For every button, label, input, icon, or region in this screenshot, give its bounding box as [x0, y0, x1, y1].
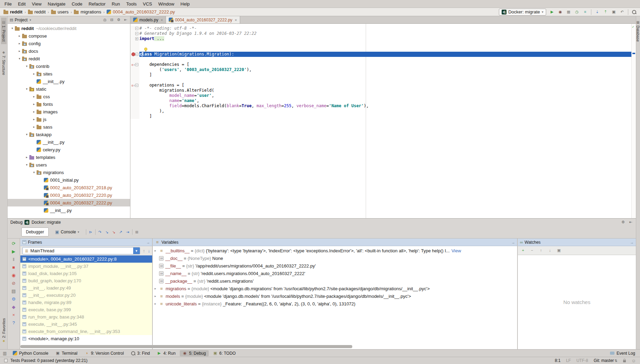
tree-item-reddit[interactable]: ▾reddit~/cookiecutter/reddit [8, 24, 130, 32]
tree-item-css[interactable]: ▸css [8, 93, 130, 100]
stack-frame[interactable]: __init__, loader.py:49 [20, 284, 152, 292]
editor-gutter[interactable]: + [130, 36, 139, 41]
tree-item-static[interactable]: ▾static [8, 85, 130, 93]
tree-expand-icon[interactable]: ▾ [24, 133, 29, 136]
previous-frame-icon[interactable]: ↑ [143, 248, 145, 253]
close-icon[interactable]: × [161, 18, 163, 22]
horizontal-scrollbar[interactable] [20, 345, 352, 348]
tree-expand-icon[interactable]: ▸ [17, 42, 22, 45]
pause-icon[interactable]: ‖ [11, 256, 17, 262]
view-breakpoints-icon[interactable]: ◉ [11, 272, 17, 278]
undo-icon[interactable]: ↶ [620, 10, 624, 14]
editor-gutter[interactable] [130, 72, 139, 78]
variable-row--builtins-[interactable]: ▸≡__builtins__ = {dict} {'bytearray': <t… [153, 247, 517, 254]
tree-item-templates[interactable]: ▸templates [8, 153, 130, 161]
tree-expand-icon[interactable]: ▾ [24, 87, 29, 91]
tree-item-contrib[interactable]: ▾contrib [8, 62, 130, 70]
coverage-icon[interactable]: ▦ [566, 10, 571, 14]
variable-row--doc-[interactable]: 18__doc__ = {NoneType} None [153, 254, 517, 262]
tree-item--init-py[interactable]: __init__.py [8, 78, 130, 85]
fold-marker-icon[interactable]: + [135, 37, 138, 40]
debug-icon[interactable]: ◉ [558, 10, 563, 14]
run-to-cursor-icon[interactable]: ⇥ [125, 230, 130, 234]
stop-icon[interactable]: ■ [11, 264, 17, 270]
intention-bulb-icon[interactable] [144, 48, 147, 51]
editor-gutter[interactable]: o↑− [130, 83, 139, 88]
readonly-lock-icon[interactable] [623, 360, 626, 362]
thread-selector[interactable]: ≣ MainThread ▼ [22, 247, 140, 254]
status-widget-utf-8[interactable]: UTF-8 [577, 358, 588, 363]
restore-layout-icon[interactable]: ▤ [11, 288, 17, 294]
toolwindow-button--find[interactable]: 3: Find [128, 350, 153, 356]
variable-row--file-[interactable]: 18__file__ = {str} '/app/reddit/users/mi… [153, 262, 517, 270]
tree-expand-icon[interactable]: ▾ [10, 27, 15, 30]
breadcrumb-item[interactable]: reddit [3, 9, 22, 14]
variable-row--name-[interactable]: 18__name__ = {str} 'reddit.users.migrati… [153, 270, 517, 277]
breadcrumb-item[interactable]: users [51, 9, 69, 14]
tree-expand-icon[interactable]: ▸ [31, 95, 37, 98]
settings-icon[interactable]: ⚙ [116, 18, 121, 22]
float-panel-icon[interactable]: → [511, 240, 515, 244]
tree-expand-icon[interactable]: ▾ [24, 64, 29, 68]
editor-gutter[interactable] [130, 114, 139, 119]
stack-frame[interactable]: run_from_argv, base.py:348 [20, 313, 152, 321]
collapse-all-icon[interactable]: ⊟ [109, 18, 114, 22]
fold-marker-icon[interactable]: − [135, 27, 138, 30]
editor-tab-0004-auto-20160327-2222-py[interactable]: 0004_auto_20160327_2222.py× [166, 16, 240, 23]
step-into-icon[interactable]: ↘ [105, 230, 109, 234]
editor-gutter[interactable] [130, 78, 139, 83]
tree-expand-icon[interactable]: ▸ [31, 102, 37, 106]
run-configuration-select[interactable]: dj Docker: migrate ▾ [499, 9, 546, 16]
pin-icon[interactable]: ◆ [11, 304, 17, 310]
remove-watch-icon[interactable]: − [530, 248, 534, 253]
editor-gutter[interactable] [130, 57, 139, 62]
chevron-down-icon[interactable]: ▾ [30, 18, 31, 22]
profiler-icon[interactable]: ◷ [574, 10, 579, 14]
toolwindow-button--project[interactable]: ▤1: Project [1, 18, 7, 44]
editor-scrollbar[interactable]: ✓ [631, 24, 636, 218]
move-up-icon[interactable]: ↑ [539, 248, 543, 253]
editor-gutter[interactable] [130, 93, 139, 98]
debug-tab-debugger[interactable]: Debugger [21, 228, 49, 236]
rerun-icon[interactable]: ⟳ [11, 241, 17, 246]
breakpoint-icon[interactable] [131, 52, 135, 56]
resume-icon[interactable]: ▶ [11, 249, 17, 254]
menu-edit[interactable]: Edit [15, 0, 29, 8]
toolwindow-button--favorites[interactable]: ★2: Favorites [1, 315, 7, 346]
search-icon[interactable] [632, 10, 637, 14]
tree-item-sites[interactable]: ▸sites [8, 70, 130, 78]
tree-expand-icon[interactable]: ▸ [24, 155, 29, 159]
close-icon[interactable]: × [11, 312, 17, 317]
fold-marker-icon[interactable]: − [135, 63, 138, 66]
tree-expand-icon[interactable]: ▾ [24, 163, 29, 166]
run-icon[interactable]: ▶ [550, 10, 554, 14]
tree-item-reddit[interactable]: ▾reddit [8, 55, 130, 62]
stack-frame[interactable]: handle, migrate.py:89 [20, 299, 152, 306]
editor-gutter[interactable]: − [130, 52, 139, 57]
status-widget-lf[interactable]: LF [566, 358, 571, 363]
float-panel-icon[interactable]: → [146, 240, 150, 244]
override-marker-icon[interactable]: o↑ [131, 62, 135, 68]
tree-item--init-py[interactable]: __init__.py [8, 206, 130, 214]
editor-gutter[interactable]: o↑− [130, 62, 139, 67]
move-down-icon[interactable]: ↓ [548, 248, 552, 253]
menu-file[interactable]: File [1, 0, 15, 8]
variable-row--package-[interactable]: 18__package__ = {str} 'reddit.users.migr… [153, 277, 517, 285]
tree-item-js[interactable]: ▸js [8, 115, 130, 123]
mute-breakpoints-icon[interactable]: ⊘ [11, 280, 17, 286]
tree-item-celery-py[interactable]: celery.py [8, 146, 130, 153]
expand-icon[interactable]: ▸ [155, 287, 159, 290]
toolwindow-button--todo[interactable]: ▣6: TODO [210, 350, 239, 356]
tree-expand-icon[interactable]: ▾ [31, 171, 37, 174]
chevron-down-icon[interactable]: ▼ [133, 247, 140, 254]
tree-expand-icon[interactable]: ▸ [31, 110, 37, 113]
event-log-button[interactable]: Event Log [610, 351, 637, 356]
fold-marker-icon[interactable]: − [135, 32, 138, 35]
tree-item-0003-auto-20160327-2220-py[interactable]: 0003_auto_20160327_2220.py [8, 191, 130, 199]
local-changes-icon[interactable]: ▣ [611, 10, 616, 14]
force-step-into-icon[interactable]: ↘ [111, 230, 116, 234]
menu-view[interactable]: View [29, 0, 45, 8]
settings-icon[interactable]: ⚙ [621, 220, 626, 225]
menu-vcs[interactable]: VCS [140, 0, 155, 8]
stack-frame[interactable]: __init__, executor.py:20 [20, 292, 152, 299]
